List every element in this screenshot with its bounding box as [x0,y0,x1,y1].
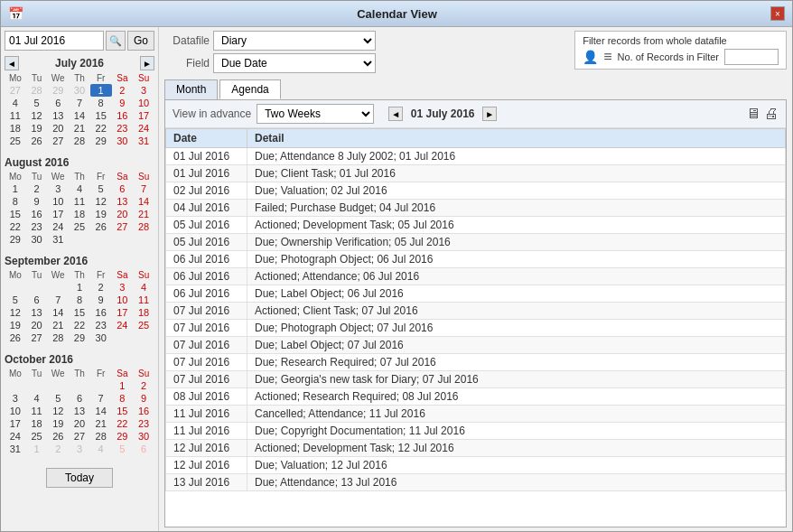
table-row[interactable]: 07 Jul 2016Due; Label Object; 07 Jul 201… [166,337,786,354]
calendar-day[interactable]: 15 [69,306,90,319]
calendar-day[interactable]: 21 [90,417,112,430]
table-row[interactable]: 11 Jul 2016Cancelled; Attendance; 11 Jul… [166,406,786,423]
calendar-day[interactable]: 11 [133,294,154,306]
calendar-day[interactable]: 5 [26,97,48,109]
prev-month-arrow[interactable]: ◄ [5,56,19,70]
calendar-day[interactable]: 28 [133,220,154,233]
calendar-day[interactable]: 8 [5,195,26,208]
calendar-day[interactable]: 4 [69,182,90,195]
calendar-day[interactable]: 28 [69,135,90,147]
calendar-day[interactable]: 20 [69,417,90,430]
datafile-select[interactable]: Diary [213,31,376,51]
calendar-day[interactable]: 26 [47,430,69,443]
close-button[interactable]: × [770,6,785,21]
calendar-day[interactable]: 18 [133,306,154,319]
table-row[interactable]: 07 Jul 2016Actioned; Client Task; 07 Jul… [166,303,786,320]
calendar-day[interactable]: 24 [112,319,134,331]
table-row[interactable]: 06 Jul 2016Actioned; Attendance; 06 Jul … [166,268,786,285]
calendar-day[interactable]: 15 [112,405,134,417]
calendar-day[interactable]: 16 [26,208,48,220]
calendar-day[interactable]: 12 [5,306,26,319]
monitor-icon[interactable]: 🖥 [746,106,760,122]
calendar-day[interactable]: 3 [133,84,154,97]
calendar-day[interactable]: 26 [90,220,112,233]
calendar-day[interactable]: 11 [26,405,48,417]
calendar-day[interactable]: 9 [133,392,154,405]
calendar-day[interactable]: 29 [5,233,26,246]
calendar-day[interactable]: 7 [47,294,69,306]
go-button[interactable]: Go [127,31,154,51]
calendar-day[interactable]: 1 [26,443,48,455]
calendar-day[interactable]: 26 [26,135,48,147]
calendar-day[interactable]: 27 [47,135,69,147]
calendar-day[interactable]: 5 [90,182,112,195]
table-row[interactable]: 07 Jul 2016Due; Photograph Object; 07 Ju… [166,320,786,337]
table-row[interactable]: 06 Jul 2016Due; Label Object; 06 Jul 201… [166,285,786,303]
calendar-day[interactable]: 7 [69,97,90,109]
calendar-day[interactable]: 12 [90,195,112,208]
calendar-day[interactable]: 14 [47,306,69,319]
calendar-day[interactable]: 30 [112,135,134,147]
table-row[interactable]: 06 Jul 2016Due; Photograph Object; 06 Ju… [166,251,786,268]
calendar-day[interactable]: 15 [90,109,112,122]
calendar-day[interactable]: 9 [90,294,112,306]
calendar-day[interactable]: 6 [69,392,90,405]
calendar-day[interactable]: 10 [5,405,26,417]
calendar-day[interactable]: 24 [5,430,26,443]
calendar-day[interactable]: 25 [26,430,48,443]
calendar-day[interactable]: 2 [90,281,112,294]
calendar-day[interactable]: 15 [5,208,26,220]
calendar-day[interactable]: 25 [5,135,26,147]
view-select[interactable]: Two Weeks [257,104,374,124]
table-row[interactable]: 12 Jul 2016Due; Valuation; 12 Jul 2016 [166,457,786,474]
calendar-day[interactable]: 30 [90,331,112,344]
calendar-day[interactable]: 19 [90,208,112,220]
calendar-day[interactable]: 29 [47,84,69,97]
calendar-day[interactable]: 31 [5,443,26,455]
date-input[interactable] [5,31,104,51]
calendar-day[interactable]: 24 [47,220,69,233]
calendar-day[interactable]: 18 [69,208,90,220]
calendar-day[interactable]: 21 [133,208,154,220]
calendar-day[interactable]: 30 [26,233,48,246]
calendar-day[interactable]: 7 [133,182,154,195]
calendar-day[interactable]: 8 [90,97,112,109]
calendar-day[interactable]: 28 [26,84,48,97]
table-row[interactable]: 07 Jul 2016Due; Georgia's new task for D… [166,371,786,388]
calendar-day[interactable]: 31 [47,233,69,246]
calendar-day[interactable]: 4 [90,443,112,455]
table-row[interactable]: 01 Jul 2016Due; Client Task; 01 Jul 2016 [166,165,786,182]
calendar-day[interactable]: 9 [26,195,48,208]
tab-month[interactable]: Month [164,79,218,99]
calendar-day[interactable]: 12 [26,109,48,122]
calendar-day[interactable]: 2 [112,84,134,97]
calendar-day[interactable]: 20 [112,208,134,220]
calendar-day[interactable]: 27 [69,430,90,443]
calendar-day[interactable]: 29 [112,430,134,443]
calendar-day[interactable]: 8 [69,294,90,306]
calendar-day[interactable]: 6 [26,294,48,306]
calendar-day[interactable]: 27 [26,331,48,344]
print-icon[interactable]: 🖨 [764,106,779,122]
calendar-day[interactable]: 2 [47,443,69,455]
calendar-day[interactable]: 31 [133,135,154,147]
calendar-day[interactable]: 21 [69,122,90,135]
filter-person-icon[interactable]: 👤 [583,50,598,64]
calendar-day[interactable]: 8 [112,392,134,405]
calendar-day[interactable]: 10 [112,294,134,306]
calendar-day[interactable]: 27 [112,220,134,233]
calendar-day[interactable]: 12 [47,405,69,417]
calendar-day[interactable]: 18 [5,122,26,135]
calendar-day[interactable]: 18 [26,417,48,430]
calendar-day[interactable]: 6 [112,182,134,195]
calendar-day[interactable]: 30 [69,84,90,97]
calendar-day[interactable]: 26 [5,331,26,344]
filter-records-input[interactable] [724,49,779,65]
calendar-day[interactable]: 23 [26,220,48,233]
table-row[interactable]: 01 Jul 2016Due; Attendance 8 July 2002; … [166,148,786,165]
calendar-day[interactable]: 5 [5,294,26,306]
calendar-day[interactable]: 23 [90,319,112,331]
table-row[interactable]: 04 Jul 2016Failed; Purchase Budget; 04 J… [166,200,786,217]
calendar-day[interactable]: 13 [112,195,134,208]
calendar-day[interactable]: 29 [90,135,112,147]
